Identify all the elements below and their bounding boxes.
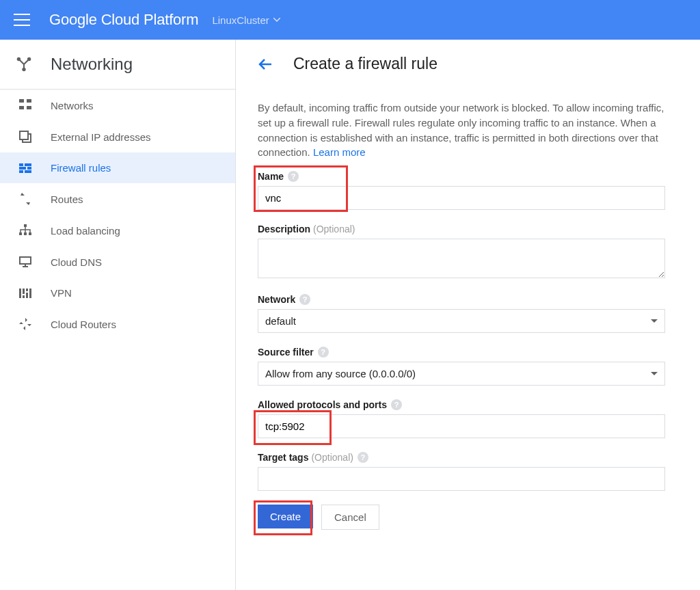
ports-label: Allowed protocols and ports ? — [258, 399, 665, 410]
svg-rect-20 — [23, 289, 25, 294]
svg-rect-14 — [24, 224, 27, 227]
sidebar-item-dns[interactable]: Cloud DNS — [0, 246, 235, 278]
chevron-down-icon — [273, 18, 280, 22]
chevron-down-icon — [651, 319, 658, 323]
dns-icon — [15, 256, 36, 268]
sidebar-item-label: Load balancing — [51, 225, 120, 237]
network-select[interactable]: default — [258, 309, 665, 333]
sidebar-item-external-ip[interactable]: External IP addresses — [0, 121, 235, 152]
networks-icon — [15, 99, 36, 111]
svg-rect-12 — [19, 170, 23, 173]
svg-rect-9 — [25, 163, 31, 166]
learn-more-link[interactable]: Learn more — [313, 146, 366, 158]
sidebar-item-load-balancing[interactable]: Load balancing — [0, 215, 235, 246]
svg-rect-21 — [23, 295, 25, 298]
sidebar-item-label: Routes — [51, 193, 83, 205]
svg-rect-5 — [19, 106, 24, 109]
source-filter-value: Allow from any source (0.0.0.0/0) — [265, 368, 416, 379]
cancel-button[interactable]: Cancel — [321, 505, 379, 530]
svg-rect-17 — [29, 232, 31, 235]
sidebar-item-networks[interactable]: Networks — [0, 90, 235, 121]
svg-rect-7 — [20, 131, 28, 139]
back-arrow-icon[interactable] — [258, 56, 274, 72]
svg-rect-4 — [27, 99, 31, 103]
svg-rect-10 — [19, 167, 26, 170]
svg-rect-23 — [26, 293, 28, 298]
intro-text: By default, incoming traffic from outsid… — [258, 100, 665, 160]
create-button[interactable]: Create — [258, 505, 313, 528]
page-title: Create a firewall rule — [293, 55, 438, 73]
sidebar-item-label: VPN — [51, 287, 72, 299]
sidebar-item-label: Firewall rules — [51, 162, 111, 174]
sidebar-item-label: Cloud Routers — [51, 319, 116, 330]
sidebar-item-label: Cloud DNS — [51, 256, 102, 268]
sidebar-item-label: Networks — [51, 100, 94, 111]
ports-input[interactable] — [258, 414, 665, 438]
svg-rect-19 — [19, 289, 21, 298]
svg-rect-18 — [20, 257, 31, 264]
svg-rect-3 — [19, 99, 24, 103]
firewall-icon — [15, 163, 36, 173]
svg-rect-16 — [24, 232, 27, 235]
source-filter-label: Source filter ? — [258, 347, 665, 358]
cloud-routers-icon — [15, 318, 36, 330]
sidebar: Networking Networks External IP addresse… — [0, 40, 236, 590]
tags-label: Target tags (Optional) ? — [258, 452, 665, 463]
help-icon[interactable]: ? — [299, 294, 310, 305]
svg-rect-24 — [29, 289, 31, 298]
project-picker[interactable]: LinuxCluster — [212, 14, 280, 26]
sidebar-item-cloud-routers[interactable]: Cloud Routers — [0, 308, 235, 340]
menu-icon[interactable] — [14, 14, 30, 26]
networking-icon — [15, 55, 36, 73]
sidebar-item-vpn[interactable]: VPN — [0, 278, 235, 308]
main-content: Create a firewall rule By default, incom… — [236, 40, 700, 590]
svg-rect-8 — [19, 163, 23, 166]
name-input[interactable] — [258, 186, 665, 210]
svg-rect-13 — [25, 170, 31, 173]
load-balancing-icon — [15, 224, 36, 237]
description-label: Description (Optional) — [258, 224, 665, 234]
sidebar-item-routes[interactable]: Routes — [0, 183, 235, 215]
help-icon[interactable]: ? — [391, 399, 402, 410]
project-name: LinuxCluster — [212, 14, 269, 26]
name-label: Name ? — [258, 171, 665, 182]
tags-input[interactable] — [258, 467, 665, 491]
routes-icon — [15, 193, 36, 205]
svg-rect-15 — [19, 232, 22, 235]
network-value: default — [265, 315, 296, 327]
top-app-bar: Google Google Cloud PlatformCloud Platfo… — [0, 0, 700, 40]
help-icon[interactable]: ? — [358, 452, 368, 463]
vpn-icon — [15, 289, 36, 298]
page-header: Create a firewall rule — [236, 40, 700, 88]
sidebar-section-header: Networking — [0, 40, 235, 90]
sidebar-item-firewall[interactable]: Firewall rules — [0, 152, 235, 183]
external-ip-icon — [15, 131, 36, 143]
sidebar-title: Networking — [51, 55, 133, 74]
chevron-down-icon — [651, 372, 658, 376]
source-filter-select[interactable]: Allow from any source (0.0.0.0/0) — [258, 362, 665, 386]
svg-rect-6 — [27, 106, 31, 109]
product-logo[interactable]: Google Google Cloud PlatformCloud Platfo… — [49, 11, 198, 29]
network-label: Network ? — [258, 294, 665, 305]
help-icon[interactable]: ? — [288, 171, 299, 182]
help-icon[interactable]: ? — [318, 347, 329, 358]
description-input[interactable] — [258, 239, 665, 278]
svg-rect-22 — [26, 289, 28, 291]
sidebar-item-label: External IP addresses — [51, 131, 150, 143]
svg-rect-11 — [27, 167, 31, 170]
